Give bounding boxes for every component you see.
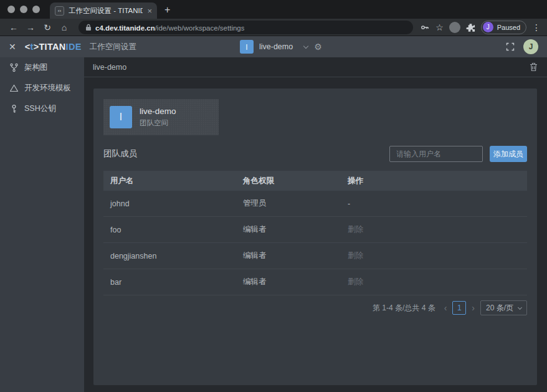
logo-bracket-open: < [25, 42, 31, 52]
reload-icon[interactable]: ↻ [40, 23, 55, 32]
workspace-avatar: l [240, 40, 254, 54]
address-bar[interactable]: c4.dev.titanide.cn/ide/web/workspace/set… [78, 21, 413, 34]
cell-action-none: - [341, 199, 527, 208]
sidebar-item-label: 架构图 [24, 62, 48, 73]
sidebar-item-ssh-key[interactable]: SSH公钥 [0, 102, 84, 115]
browser-profile-button[interactable]: J Paused [481, 21, 526, 34]
pagination: 第 1-4 条/总共 4 条 ‹ 1 › 20 条/页 [103, 300, 527, 315]
workspace-name: live-demo [259, 42, 293, 51]
members-title: 团队成员 [103, 148, 389, 160]
triangle-icon [9, 84, 19, 93]
delete-member-link[interactable]: 删除 [341, 251, 527, 261]
url-text: c4.dev.titanide.cn/ide/web/workspace/set… [95, 22, 244, 33]
profile-status: Paused [497, 24, 520, 31]
delete-member-link[interactable]: 删除 [341, 277, 527, 287]
page-size-value: 20 条/页 [486, 303, 513, 313]
new-tab-button[interactable]: + [164, 4, 170, 16]
add-member-button[interactable]: 添加成员 [490, 146, 527, 162]
breadcrumb: live-demo [93, 63, 530, 72]
breadcrumb-bar: live-demo [84, 57, 547, 77]
cell-username: johnd [103, 199, 236, 208]
main-content: live-demo l live-demo 团队空间 团队成员 添加成员 [84, 57, 547, 392]
url-path: /ide/web/workspace/settings [155, 24, 245, 32]
cell-role: 管理员 [236, 198, 341, 209]
table-row: bar 编辑者 删除 [103, 269, 527, 295]
members-section-header: 团队成员 添加成员 [103, 145, 527, 163]
cell-role: 编辑者 [236, 224, 341, 235]
tab-favicon-icon: ‹› [55, 6, 64, 16]
user-avatar[interactable]: J [523, 39, 538, 54]
logo-accent: IDE [66, 42, 82, 52]
toolbar-right: ☆ J Paused ⋮ [420, 21, 541, 34]
column-header-actions: 操作 [341, 176, 527, 186]
workspace-card-type: 团队空间 [140, 118, 176, 128]
pagination-summary: 第 1-4 条/总共 4 条 [373, 303, 435, 313]
extension-avatar-icon[interactable] [449, 22, 460, 33]
password-key-icon[interactable] [420, 22, 430, 32]
current-page-button[interactable]: 1 [452, 301, 466, 315]
fork-icon [9, 63, 19, 72]
home-icon[interactable]: ⌂ [57, 23, 72, 32]
sidebar-item-label: 开发环境模板 [24, 83, 71, 93]
key-icon [9, 104, 19, 113]
content-area: l live-demo 团队空间 团队成员 添加成员 用户名 角色权限 操作 [84, 77, 547, 392]
members-table: 用户名 角色权限 操作 johnd 管理员 - foo 编辑者 删除 [103, 171, 527, 295]
sidebar-item-architecture[interactable]: 架构图 [0, 61, 84, 74]
window-minimize-icon[interactable] [20, 6, 27, 13]
workspace-switcher[interactable]: l live-demo ⚙ [240, 36, 322, 57]
select-caret-icon [518, 305, 522, 309]
cell-username: bar [103, 278, 236, 287]
column-header-role: 角色权限 [236, 176, 341, 186]
workspace-card-avatar: l [110, 106, 132, 128]
traffic-lights [7, 0, 40, 19]
browser-tabstrip: ‹› 工作空间设置 - TITANIDE × + [0, 0, 547, 19]
browser-menu-icon[interactable]: ⋮ [532, 23, 541, 32]
delete-member-link[interactable]: 删除 [341, 224, 527, 235]
cell-username: dengjianshen [103, 252, 236, 261]
column-header-username: 用户名 [103, 176, 236, 186]
logo-main: TITAN [39, 42, 65, 52]
table-row: dengjianshen 编辑者 删除 [103, 243, 527, 269]
cell-role: 编辑者 [236, 277, 341, 287]
sidebar-item-dev-template[interactable]: 开发环境模板 [0, 82, 84, 95]
tab-close-icon[interactable]: × [147, 7, 152, 15]
forward-icon[interactable]: → [23, 23, 38, 32]
extensions-puzzle-icon[interactable] [466, 22, 475, 32]
app-header: ✕ <t>TITANIDE 工作空间设置 l live-demo ⚙ J [0, 36, 547, 57]
window-zoom-icon[interactable] [32, 6, 40, 13]
next-page-icon[interactable]: › [472, 304, 475, 312]
cell-username: foo [103, 226, 236, 234]
workspace-card-name: live-demo [140, 107, 176, 116]
sidebar-item-label: SSH公钥 [24, 103, 56, 114]
back-icon[interactable]: ← [6, 23, 21, 32]
url-domain: c4.dev.titanide.cn [95, 24, 155, 32]
table-header-row: 用户名 角色权限 操作 [103, 171, 527, 191]
workspace-card: l live-demo 团队空间 [103, 99, 219, 135]
trash-icon[interactable] [530, 62, 538, 72]
window-close-icon[interactable] [7, 6, 15, 13]
settings-panel: l live-demo 团队空间 团队成员 添加成员 用户名 角色权限 操作 [93, 88, 537, 385]
app-logo[interactable]: <t>TITANIDE [25, 42, 82, 52]
app-close-icon[interactable]: ✕ [9, 42, 16, 51]
lock-icon [85, 24, 92, 31]
profile-avatar: J [483, 22, 493, 32]
table-row: johnd 管理员 - [103, 191, 527, 217]
chevron-down-icon[interactable] [303, 44, 308, 49]
cell-role: 编辑者 [236, 251, 341, 261]
header-right: J [505, 39, 538, 54]
browser-tab-active[interactable]: ‹› 工作空间设置 - TITANIDE × [50, 2, 157, 19]
app-body: 架构图 开发环境模板 SSH公钥 live-demo l live-demo 团… [0, 57, 547, 392]
tab-title: 工作空间设置 - TITANIDE [69, 6, 143, 16]
prev-page-icon[interactable]: ‹ [444, 304, 447, 312]
browser-toolbar: ← → ↻ ⌂ c4.dev.titanide.cn/ide/web/works… [0, 19, 547, 36]
bookmark-star-icon[interactable]: ☆ [435, 23, 444, 32]
gear-icon[interactable]: ⚙ [314, 42, 322, 51]
fullscreen-icon[interactable] [505, 42, 515, 52]
workspace-card-text: live-demo 团队空间 [140, 107, 176, 128]
page-size-select[interactable]: 20 条/页 [480, 300, 527, 315]
page-title: 工作空间设置 [90, 42, 136, 52]
username-input[interactable] [389, 146, 483, 162]
sidebar: 架构图 开发环境模板 SSH公钥 [0, 57, 84, 392]
table-row: foo 编辑者 删除 [103, 217, 527, 243]
